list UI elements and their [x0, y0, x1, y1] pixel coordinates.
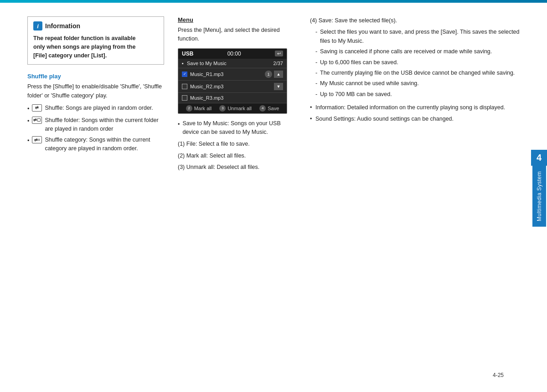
menu-header: Menu [178, 16, 296, 23]
list-item: • Save to My Music: Songs on your USB de… [178, 119, 296, 137]
step-circle-3: 3 [219, 105, 226, 112]
usb-filename-1: Music_R1.mp3 [190, 71, 223, 77]
shuffle-bullet-list: • ⇄ Shuffle: Songs are played in random … [27, 104, 164, 153]
menu-bullet-list: • Save to My Music: Songs on your USB de… [178, 119, 296, 137]
right-bullet-list: Information: Detailed information on the… [310, 103, 522, 124]
right-sidebar: 4 Multimedia System [531, 3, 547, 392]
usb-scroll-up[interactable]: ▲ [274, 71, 283, 78]
usb-file-row-1[interactable]: Music_R1.mp3 1 ▲ [178, 68, 287, 81]
usb-mark-all[interactable]: 2 Mark all [186, 105, 212, 112]
step-2-para: (2) Mark all: Select all files. [178, 152, 296, 160]
usb-filename-3: Music_R3.mp3 [190, 95, 223, 101]
list-item: Saving is canceled if phone calls are re… [315, 47, 522, 56]
usb-scroll-down[interactable]: ▼ [274, 83, 283, 90]
info-icon: i [33, 21, 42, 31]
usb-save-title-row: ▪ Save to My Music 2/37 [178, 59, 287, 68]
step-1-para: (1) File: Select a file to save. [178, 140, 296, 148]
usb-bottom-buttons: 2 Mark all 3 Unmark all 4 Save [178, 103, 287, 113]
usb-save-count: 2/37 [274, 61, 283, 66]
usb-unmark-all[interactable]: 3 Unmark all [219, 105, 252, 112]
information-box: i Information The repeat folder function… [27, 16, 164, 65]
shuffle-section-header: Shuffle play [27, 73, 164, 80]
usb-file-row-2[interactable]: Music_R2.mp3 ▼ [178, 81, 287, 93]
usb-time: 00:00 [227, 51, 241, 57]
middle-column: Menu Press the [Menu], and select the de… [178, 16, 296, 367]
list-item: • ⇄▢ Shuffle folder: Songs within the cu… [27, 116, 164, 133]
shuffle-icon: ⇄ [32, 104, 42, 112]
list-item: Sound Settings: Audio sound settings can… [310, 115, 522, 123]
list-item: Information: Detailed information on the… [310, 103, 522, 112]
step-3-para: (3) Unmark all: Deselect all files. [178, 163, 296, 172]
list-item: The currently playing file on the USB de… [315, 69, 522, 77]
step-circle-2: 2 [186, 105, 192, 112]
usb-save-button[interactable]: 4 Save [259, 105, 279, 112]
shuffle-intro: Press the [Shuffle] to enable/disable 'S… [27, 82, 164, 100]
chapter-number: 4 [531, 150, 547, 166]
usb-checkbox-2[interactable] [182, 84, 187, 89]
menu-intro: Press the [Menu], and select the desired… [178, 26, 296, 44]
page-number: 4-25 [493, 372, 504, 378]
usb-file-row-3[interactable]: Music_R3.mp3 [178, 93, 287, 103]
info-title-text: Information [45, 22, 80, 30]
usb-checkbox-1[interactable] [182, 71, 187, 77]
shuffle-folder-icon: ⇄▢ [32, 117, 42, 124]
list-item: My Music cannot be used while saving. [315, 79, 522, 88]
usb-save-title: ▪ Save to My Music [182, 61, 227, 66]
usb-screen: USB 00:00 ↩ ▪ Save to My Music 2/37 [178, 48, 287, 114]
usb-header: USB 00:00 ↩ [178, 49, 287, 59]
step-4-para: (4) Save: Save the selected file(s). [310, 16, 522, 25]
usb-filename-2: Music_R2.mp3 [190, 84, 223, 89]
dash-list: Select the files you want to save, and p… [315, 28, 522, 99]
step-circle-1: 1 [265, 71, 272, 78]
list-item: • ⇄≡ Shuffle category: Songs within the … [27, 136, 164, 153]
chapter-tab-label: Multimedia System [532, 166, 546, 227]
list-item: Select the files you want to save, and p… [315, 28, 522, 46]
right-column: (4) Save: Save the selected file(s). Sel… [310, 16, 522, 367]
usb-checkbox-3[interactable] [182, 95, 187, 101]
page-footer: 4-25 [27, 367, 522, 383]
usb-back-button[interactable]: ↩ [275, 51, 283, 56]
list-item: Up to 6,000 files can be saved. [315, 58, 522, 67]
list-item: • ⇄ Shuffle: Songs are played in random … [27, 104, 164, 113]
info-body: The repeat folder function is available … [33, 34, 158, 60]
left-column: i Information The repeat folder function… [27, 16, 164, 367]
shuffle-category-icon: ⇄≡ [32, 136, 42, 143]
usb-label: USB [182, 51, 193, 57]
step-circle-4: 4 [259, 105, 266, 112]
list-item: Up to 700 MB can be saved. [315, 90, 522, 99]
